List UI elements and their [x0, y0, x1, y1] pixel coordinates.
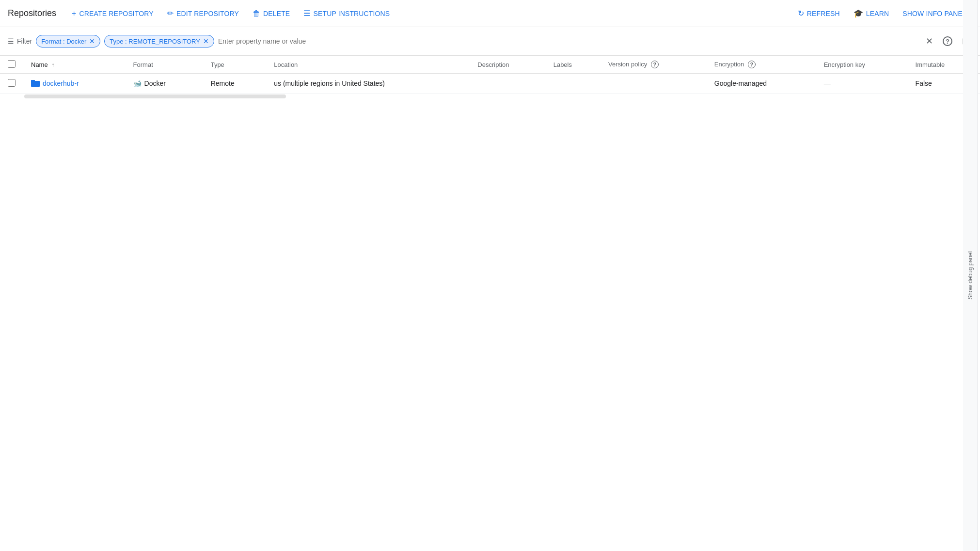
column-encryption-key-label: Encryption key [824, 61, 865, 68]
toolbar-right: ↻ REFRESH 🎓 LEARN SHOW INFO PANEL [792, 5, 972, 22]
show-debug-panel-tab[interactable]: Show debug panel [963, 0, 978, 99]
row-location-cell: us (multiple regions in United States) [266, 74, 470, 94]
column-description[interactable]: Description [470, 56, 545, 74]
create-repository-label: CREATE REPOSITORY [79, 10, 154, 17]
column-format-label: Format [133, 61, 153, 68]
row-checkbox-cell[interactable] [0, 74, 23, 94]
setup-icon: ☰ [303, 9, 310, 18]
row-version-policy-cell [601, 74, 707, 94]
delete-button[interactable]: 🗑 DELETE [247, 5, 296, 22]
type-filter-chip: Type : REMOTE_REPOSITORY ✕ [104, 35, 214, 47]
repositories-table: Name ↑ Format Type Location Description … [0, 56, 980, 94]
encryption-key-value: — [824, 79, 831, 87]
format-filter-chip: Format : Docker ✕ [36, 35, 100, 47]
column-encryption[interactable]: Encryption ? [707, 56, 816, 74]
setup-label: SETUP INSTRUCTIONS [314, 10, 390, 17]
docker-icon: 🐋 [133, 79, 142, 87]
toolbar: Repositories + CREATE REPOSITORY ✏ EDIT … [0, 0, 980, 27]
column-type-label: Type [211, 61, 224, 68]
repositories-table-container: Name ↑ Format Type Location Description … [0, 56, 980, 99]
row-labels-cell [546, 74, 601, 94]
select-all-checkbox[interactable] [8, 60, 16, 68]
edit-icon: ✏ [167, 9, 174, 18]
location-value: us (multiple regions in United States) [274, 79, 385, 87]
encryption-value: Google-managed [714, 79, 767, 87]
create-repository-button[interactable]: + CREATE REPOSITORY [66, 5, 159, 22]
plus-icon: + [72, 9, 76, 18]
refresh-label: REFRESH [807, 10, 840, 17]
page-title: Repositories [8, 8, 56, 18]
repo-name-link[interactable]: dockerhub-r [43, 79, 79, 87]
column-labels-label: Labels [553, 61, 572, 68]
clear-filter-button[interactable]: ✕ [923, 33, 936, 49]
row-name-cell: dockerhub-r [23, 74, 126, 94]
column-version-policy[interactable]: Version policy ? [601, 56, 707, 74]
close-icon: ✕ [926, 36, 933, 47]
select-all-header[interactable] [0, 56, 23, 74]
column-encryption-key[interactable]: Encryption key [816, 56, 908, 74]
delete-icon: 🗑 [253, 9, 260, 18]
column-name[interactable]: Name ↑ [23, 56, 126, 74]
show-info-label: SHOW INFO PANEL [902, 10, 966, 17]
help-button[interactable]: ? [940, 33, 955, 49]
filter-label[interactable]: ☰ Filter [8, 37, 32, 45]
column-version-policy-label: Version policy [608, 61, 647, 68]
column-description-label: Description [477, 61, 509, 68]
table-body: dockerhub-r 🐋DockerRemoteus (multiple re… [0, 74, 980, 94]
filter-search-input[interactable] [218, 37, 919, 45]
row-encryption-key-cell: — [816, 74, 908, 94]
column-format[interactable]: Format [126, 56, 203, 74]
delete-label: DELETE [263, 10, 290, 17]
row-encryption-cell: Google-managed [707, 74, 816, 94]
learn-label: LEARN [866, 10, 889, 17]
type-chip-close[interactable]: ✕ [203, 37, 209, 45]
version-policy-help-icon[interactable]: ? [651, 61, 659, 68]
row-description-cell [470, 74, 545, 94]
encryption-help-icon[interactable]: ? [748, 61, 756, 68]
row-checkbox[interactable] [8, 79, 16, 87]
name-cell-content: dockerhub-r [31, 79, 118, 87]
sort-asc-icon: ↑ [51, 62, 54, 68]
learn-button[interactable]: 🎓 LEARN [848, 5, 895, 22]
refresh-button[interactable]: ↻ REFRESH [792, 5, 846, 22]
help-icon: ? [943, 36, 952, 46]
row-type-cell: Remote [203, 74, 267, 94]
filter-bar: ☰ Filter Format : Docker ✕ Type : REMOTE… [0, 27, 980, 56]
row-format-cell: 🐋Docker [126, 74, 203, 94]
column-location[interactable]: Location [266, 56, 470, 74]
column-location-label: Location [274, 61, 298, 68]
column-immutable-label: Immutable [916, 61, 945, 68]
learn-icon: 🎓 [854, 9, 863, 18]
format-value: Docker [144, 79, 166, 87]
edit-repository-label: EDIT REPOSITORY [176, 10, 239, 17]
type-chip-label: Type : REMOTE_REPOSITORY [110, 38, 200, 45]
edit-repository-button[interactable]: ✏ EDIT REPOSITORY [161, 5, 245, 22]
format-chip-label: Format : Docker [41, 38, 86, 45]
filter-icon: ☰ [8, 37, 14, 45]
format-chip-close[interactable]: ✕ [89, 37, 95, 45]
column-type[interactable]: Type [203, 56, 267, 74]
column-name-label: Name [31, 61, 48, 68]
table-header-row: Name ↑ Format Type Location Description … [0, 56, 980, 74]
setup-instructions-button[interactable]: ☰ SETUP INSTRUCTIONS [298, 5, 395, 22]
horizontal-scrollbar[interactable] [24, 94, 286, 98]
immutable-value: False [916, 79, 932, 87]
svg-rect-1 [31, 80, 35, 82]
column-encryption-label: Encryption [714, 61, 744, 68]
refresh-icon: ↻ [798, 9, 804, 18]
column-labels[interactable]: Labels [546, 56, 601, 74]
folder-icon [31, 80, 40, 87]
filter-text: Filter [17, 37, 32, 45]
type-value: Remote [211, 79, 235, 87]
table-row: dockerhub-r 🐋DockerRemoteus (multiple re… [0, 74, 980, 94]
side-panel-tab-container: Show debug panel [961, 0, 980, 99]
